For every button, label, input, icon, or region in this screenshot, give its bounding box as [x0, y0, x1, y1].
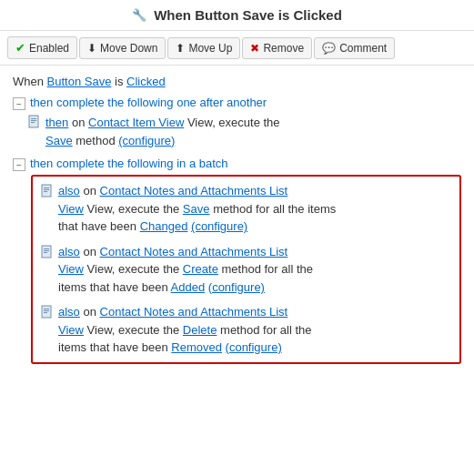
batch2-method-link[interactable]: Create: [183, 262, 218, 276]
batch3-view2-link[interactable]: View: [58, 323, 84, 337]
action1-view-link[interactable]: Contact Item View: [88, 116, 184, 129]
trigger-line: When Button Save is Clicked: [13, 75, 461, 88]
svg-rect-0: [29, 116, 38, 127]
svg-rect-8: [42, 246, 51, 258]
batch3-view-link[interactable]: Contact Notes and Attachments List: [100, 305, 288, 319]
svg-rect-5: [44, 187, 49, 188]
batch3-condition-link[interactable]: Removed: [171, 340, 222, 354]
batch3-configure-link[interactable]: (configure): [226, 340, 282, 354]
action1-method-suffix: method: [76, 134, 118, 147]
svg-rect-12: [42, 306, 51, 318]
batch3-also-link[interactable]: also: [58, 305, 80, 319]
trigger-prefix: When: [13, 75, 44, 88]
svg-rect-9: [44, 248, 49, 249]
svg-rect-6: [44, 189, 49, 190]
section1-row: − then complete the following one after …: [13, 96, 461, 110]
batch3-page-icon: [40, 305, 55, 319]
toolbar: ✔ Enabled ⬇ Move Down ⬆ Move Up ✖ Remove…: [0, 31, 474, 66]
action1-page-icon: [27, 115, 42, 129]
trigger-event-link[interactable]: Clicked: [126, 75, 166, 88]
svg-rect-7: [44, 191, 47, 192]
batch-item-2: also on Contact Notes and Attachments Li…: [40, 243, 452, 297]
comment-button[interactable]: 💬 Comment: [314, 37, 395, 59]
svg-rect-15: [44, 312, 47, 313]
action1-view-suffix: View, execute the: [187, 116, 280, 129]
batch3-method-link[interactable]: Delete: [183, 323, 217, 337]
action1-text: then on Contact Item View View, execute …: [45, 114, 280, 149]
batch2-configure-link[interactable]: (configure): [208, 280, 265, 294]
batch-item-3: also on Contact Notes and Attachments Li…: [40, 303, 452, 357]
move-up-icon: ⬆: [176, 42, 185, 55]
svg-rect-4: [42, 185, 51, 197]
batch1-method-link[interactable]: Save: [183, 202, 210, 216]
main-content: When Button Save is Clicked − then compl…: [0, 66, 474, 373]
enabled-button[interactable]: ✔ Enabled: [7, 36, 77, 59]
action1-method-link[interactable]: Save: [45, 134, 73, 147]
header-title: When Button Save is Clicked: [154, 7, 342, 23]
remove-label: Remove: [263, 42, 304, 55]
batch1-configure-link[interactable]: (configure): [191, 219, 247, 233]
svg-rect-11: [44, 252, 47, 253]
move-up-label: Move Up: [188, 42, 232, 55]
section1-toggle[interactable]: −: [13, 97, 25, 110]
move-up-button[interactable]: ⬆ Move Up: [167, 37, 240, 59]
batch2-condition-link[interactable]: Added: [171, 280, 206, 294]
trigger-button-link[interactable]: Button Save: [47, 75, 112, 88]
batch1-view2-link[interactable]: View: [58, 202, 84, 216]
svg-rect-1: [31, 118, 36, 119]
action1-on: on: [72, 116, 88, 129]
header: 🔧 When Button Save is Clicked: [0, 0, 474, 31]
svg-rect-2: [31, 120, 36, 121]
comment-icon: 💬: [322, 42, 336, 55]
batch1-view-link[interactable]: Contact Notes and Attachments List: [100, 184, 288, 197]
section1-label: then complete the following one after an…: [30, 96, 267, 109]
action1-configure-link[interactable]: (configure): [118, 134, 175, 147]
remove-button[interactable]: ✖ Remove: [242, 37, 312, 59]
batch2-also-link[interactable]: also: [58, 245, 80, 258]
header-icon: 🔧: [132, 8, 146, 22]
svg-rect-13: [44, 309, 49, 309]
batch3-text: also on Contact Notes and Attachments Li…: [58, 303, 312, 357]
section2-label: then complete the following in a batch: [30, 157, 228, 170]
batch2-text: also on Contact Notes and Attachments Li…: [58, 243, 313, 297]
move-down-button[interactable]: ⬇ Move Down: [79, 37, 166, 59]
action1-block: then on Contact Item View View, execute …: [27, 114, 461, 149]
section2-toggle[interactable]: −: [13, 158, 25, 171]
move-down-label: Move Down: [100, 42, 157, 55]
batch1-page-icon: [40, 184, 55, 198]
batch-content: also on Contact Notes and Attachments Li…: [31, 175, 461, 364]
batch1-also-link[interactable]: also: [58, 184, 80, 197]
move-down-icon: ⬇: [87, 42, 96, 55]
remove-icon: ✖: [250, 42, 259, 55]
enabled-label: Enabled: [29, 42, 69, 55]
svg-rect-14: [44, 310, 49, 311]
batch-item-1: also on Contact Notes and Attachments Li…: [40, 182, 452, 236]
comment-label: Comment: [339, 42, 387, 55]
batch1-text: also on Contact Notes and Attachments Li…: [58, 182, 336, 236]
batch2-view-link[interactable]: Contact Notes and Attachments List: [100, 245, 288, 258]
svg-rect-10: [44, 250, 49, 251]
svg-rect-3: [31, 122, 35, 123]
trigger-middle: is: [115, 75, 126, 88]
checkmark-icon: ✔: [15, 41, 25, 55]
batch2-page-icon: [40, 245, 55, 259]
batch1-condition-link[interactable]: Changed: [140, 219, 188, 233]
batch2-view2-link[interactable]: View: [58, 262, 84, 276]
section1-indent: then on Contact Item View View, execute …: [27, 114, 461, 149]
action1-then-link[interactable]: then: [45, 116, 68, 129]
section2-row: − then complete the following in a batch: [13, 157, 461, 171]
